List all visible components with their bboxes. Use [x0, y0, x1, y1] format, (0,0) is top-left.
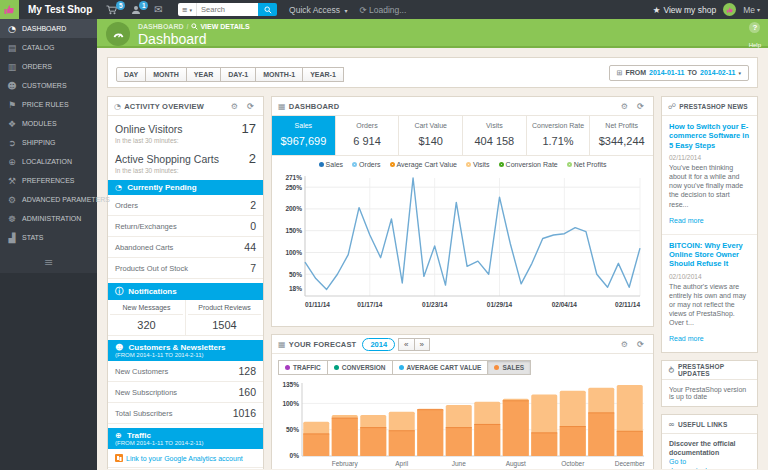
useful-link: Discover the official documentationGo to…: [662, 434, 757, 469]
svg-text:150%: 150%: [285, 227, 302, 234]
help-button[interactable]: ? Help: [749, 22, 761, 51]
legend-item-visits[interactable]: Visits: [466, 161, 490, 168]
refresh-icon[interactable]: ⟳: [637, 102, 644, 111]
messages-menu-icon[interactable]: ✉: [154, 4, 162, 15]
sidebar-item-advanced-parameters[interactable]: ⚙ADVANCED PARAMETERS: [0, 190, 97, 209]
legend-item-conversion-rate[interactable]: Conversion Rate: [499, 161, 558, 168]
sidebar-item-orders[interactable]: ▥ORDERS: [0, 57, 97, 76]
toggle-average-cart-value[interactable]: AVERAGE CART VALUE: [392, 360, 489, 375]
shop-name-link[interactable]: My Test Shop: [28, 4, 92, 15]
prestashop-logo[interactable]: [0, 0, 19, 19]
year-nav: « »: [399, 338, 430, 351]
legend-item-sales[interactable]: Sales: [319, 161, 344, 168]
globe-icon: ⊕: [115, 431, 122, 440]
link-url[interactable]: Go to doc.prestashop.com: [669, 457, 750, 469]
customers-menu-icon[interactable]: 1: [131, 5, 141, 15]
read-more-link[interactable]: Read more: [669, 217, 704, 224]
google-analytics-link[interactable]: Link to your Google Analytics account: [108, 449, 263, 468]
row-value: 2: [250, 199, 256, 211]
row-visits[interactable]: Visits25056: [108, 468, 263, 469]
svg-text:02/11/14: 02/11/14: [615, 301, 640, 308]
sidebar-item-stats[interactable]: ▟STATS: [0, 228, 97, 247]
breadcrumb: DASHBOARD / VIEW DETAILS: [138, 23, 250, 30]
range-button-month-1[interactable]: MONTH-1: [255, 67, 303, 82]
metric-tab-net-profits[interactable]: Net Profits$344,244: [590, 116, 653, 155]
metric-value: $344,244: [592, 135, 651, 147]
sidebar-item-modules[interactable]: ❖MODULES: [0, 114, 97, 133]
year-pill[interactable]: 2014: [362, 338, 395, 351]
customers-badge: 1: [139, 1, 148, 10]
toggle-sales[interactable]: SALES: [487, 360, 531, 375]
metric-tab-sales[interactable]: Sales$967,699: [272, 116, 336, 155]
pending-row-abandoned-carts[interactable]: Abandoned Carts44: [108, 237, 263, 258]
pending-row-out-of-stock[interactable]: Products Out of Stock7: [108, 258, 263, 279]
chart-icon: ▦: [278, 102, 286, 111]
legend-item-orders[interactable]: Orders: [352, 161, 380, 168]
sidebar-item-preferences[interactable]: ⚒PREFERENCES: [0, 171, 97, 190]
sidebar-collapse-handle[interactable]: ≡: [0, 251, 97, 273]
row-total-subscribers[interactable]: Total Subscribers1016: [108, 403, 263, 424]
metric-label: Orders: [338, 122, 397, 129]
sidebar-item-dashboard[interactable]: ◔DASHBOARD: [0, 19, 97, 38]
legend-dot-icon: [567, 162, 572, 167]
gear-icon[interactable]: ⚙: [621, 102, 628, 111]
read-more-link[interactable]: Read more: [669, 335, 704, 342]
gear-icon[interactable]: ⚙: [621, 340, 628, 349]
toggle-conversion[interactable]: CONVERSION: [327, 360, 393, 375]
sidebar-item-shipping[interactable]: ➲SHIPPING: [0, 133, 97, 152]
news-title-link[interactable]: How to Switch your E-commerce Software i…: [669, 122, 750, 150]
legend-label: Average Cart Value: [397, 161, 457, 168]
range-button-year[interactable]: YEAR: [186, 67, 221, 82]
row-new-subscriptions[interactable]: New Subscriptions160: [108, 382, 263, 403]
me-menu[interactable]: Me ▾: [743, 5, 760, 15]
previous-year-button[interactable]: «: [398, 338, 414, 351]
refresh-icon[interactable]: ⟳: [637, 340, 644, 349]
avatar[interactable]: [723, 3, 736, 16]
refresh-icon[interactable]: ⟳: [247, 102, 254, 111]
view-details-link[interactable]: VIEW DETAILS: [191, 23, 249, 30]
metric-value: $967,699: [274, 135, 333, 147]
svg-text:August: August: [506, 460, 526, 468]
metric-tab-cart-value[interactable]: Cart Value$140: [399, 116, 463, 155]
metric-tab-conversion-rate[interactable]: Conversion Rate1.71%: [527, 116, 591, 155]
sidebar-item-localization[interactable]: ⊕LOCALIZATION: [0, 152, 97, 171]
next-year-button[interactable]: »: [414, 338, 430, 351]
range-button-day-1[interactable]: DAY-1: [220, 67, 256, 82]
range-button-year-1[interactable]: YEAR-1: [302, 67, 344, 82]
view-my-shop-link[interactable]: ★ View my shop: [653, 5, 716, 15]
sidebar-item-price-rules[interactable]: ⚑PRICE RULES: [0, 95, 97, 114]
legend-item-average-cart-value[interactable]: Average Cart Value: [390, 161, 457, 168]
sidebar-item-customers[interactable]: ☻CUSTOMERS: [0, 76, 97, 95]
quick-access-menu[interactable]: Quick Access ▾: [289, 5, 347, 15]
range-button-month[interactable]: MONTH: [145, 67, 187, 82]
toggle-label: TRAFFIC: [293, 364, 321, 371]
metric-label: Cart Value: [401, 122, 460, 129]
news-title-link[interactable]: BITCOIN: Why Every Online Store Owner Sh…: [669, 241, 750, 269]
metric-tab-orders[interactable]: Orders6 914: [336, 116, 400, 155]
product-reviews-cell[interactable]: Product Reviews 1504: [185, 300, 263, 335]
row-label: Products Out of Stock: [115, 264, 188, 273]
search-button[interactable]: [258, 3, 277, 16]
sidebar-item-catalog[interactable]: ▤CATALOG: [0, 38, 97, 57]
traffic-dot-icon: [285, 365, 290, 370]
svg-text:250%: 250%: [285, 184, 302, 191]
search-scope-dropdown[interactable]: ≡ ▾: [178, 3, 196, 16]
toggle-traffic[interactable]: TRAFFIC: [278, 360, 328, 375]
sidebar-item-administration[interactable]: ☸ADMINISTRATION: [0, 209, 97, 228]
carts-menu-icon[interactable]: 5: [106, 5, 118, 15]
sidebar-item-label: PRICE RULES: [22, 101, 69, 108]
gear-icon[interactable]: ⚙: [231, 102, 238, 111]
range-button-day[interactable]: DAY: [116, 67, 146, 82]
svg-text:December: December: [615, 460, 646, 467]
search-input[interactable]: [196, 3, 258, 16]
prestashop-news-panel: ☍ PRESTASHOP NEWS How to Switch your E-c…: [661, 96, 758, 353]
pending-row-orders[interactable]: Orders2: [108, 195, 263, 216]
legend-item-net-profits[interactable]: Net Profits: [567, 161, 607, 168]
panel-title: YOUR FORECAST: [289, 340, 357, 349]
row-label: New Subscriptions: [115, 388, 177, 397]
row-new-customers[interactable]: New Customers128: [108, 361, 263, 382]
new-messages-cell[interactable]: New Messages 320: [108, 300, 185, 335]
metric-tab-visits[interactable]: Visits404 158: [463, 116, 527, 155]
date-range-picker[interactable]: ⊞ FROM 2014-01-11 TO 2014-02-11 ▾: [609, 65, 749, 81]
pending-row-returns[interactable]: Return/Exchanges0: [108, 216, 263, 237]
